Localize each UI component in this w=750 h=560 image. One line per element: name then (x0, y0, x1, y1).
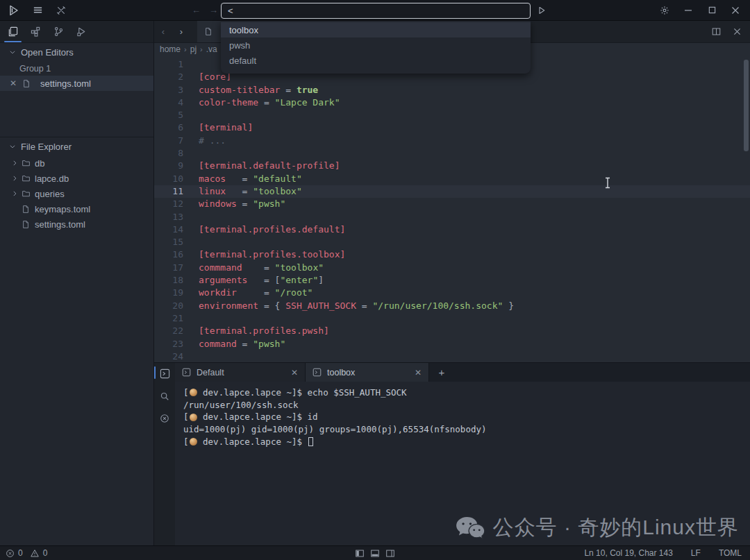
item-label: settings.toml (35, 219, 85, 230)
code-line-22[interactable]: 22[terminal.profiles.pwsh] (154, 325, 750, 337)
folder-icon (22, 159, 35, 167)
terminal-cursor (308, 437, 313, 446)
code-line-20[interactable]: 20environment = { SSH_AUTH_SOCK = "/run/… (154, 300, 750, 312)
activity-item-extensions[interactable] (24, 21, 47, 42)
toggle-left-panel-icon[interactable] (355, 549, 365, 558)
terminal-tab-toolbox[interactable]: toolbox✕ (306, 363, 429, 382)
settings-gear-icon[interactable] (653, 1, 676, 20)
menu-icon[interactable] (31, 3, 44, 17)
code-line-15[interactable]: 15 (154, 236, 750, 248)
history-forward-icon[interactable]: → (209, 5, 218, 15)
terminal-line: uid=1000(pj) gid=1000(pj) groups=1000(pj… (183, 423, 750, 436)
minimize-button[interactable] (676, 1, 700, 20)
code-line-8[interactable]: 8 (154, 147, 750, 160)
line-number: 23 (154, 338, 183, 350)
maximize-button[interactable] (700, 1, 724, 20)
close-button[interactable] (724, 1, 747, 20)
chevron-right-icon (11, 175, 22, 182)
code-line-24[interactable]: 24 (154, 350, 750, 362)
palette-item-toolbox[interactable]: toolbox (221, 22, 531, 37)
language-mode[interactable]: TOML (719, 548, 742, 558)
code-line-16[interactable]: 16[terminal.profiles.toolbox] (154, 248, 750, 261)
code-line-6[interactable]: 6[terminal] (154, 121, 750, 134)
activity-item-files[interactable] (1, 21, 24, 42)
code-line-13[interactable]: 13 (154, 211, 750, 223)
run-icon[interactable] (538, 6, 546, 15)
file-explorer-item-keymaps-toml[interactable]: keymaps.toml (0, 201, 153, 217)
search-panel-icon[interactable] (160, 391, 169, 401)
toggle-right-panel-icon[interactable] (385, 549, 395, 558)
line-ending[interactable]: LF (691, 548, 701, 558)
line-number: 7 (154, 135, 183, 147)
new-terminal-button[interactable]: + (429, 363, 454, 382)
breadcrumb-segment[interactable]: pj (190, 44, 197, 54)
code-line-14[interactable]: 14[terminal.profiles.default] (154, 223, 750, 236)
line-number: 17 (154, 262, 183, 274)
breadcrumb-segment[interactable]: .va (206, 44, 217, 54)
palette-results: toolboxpwshdefault (221, 21, 531, 74)
sidebar: Open Editors Group 1 ✕ settings.toml Fil… (0, 21, 154, 545)
code-line-5[interactable]: 5 (154, 109, 750, 121)
line-number: 14 (154, 223, 183, 236)
split-editor-icon[interactable] (707, 23, 725, 41)
code-line-18[interactable]: 18arguments = ["enter"] (154, 274, 750, 287)
item-label: db (35, 158, 44, 169)
close-terminal-icon[interactable]: ✕ (291, 368, 298, 377)
code-editor[interactable]: 12[core]3custom-titlebar = true4color-th… (154, 56, 750, 362)
editor-group-label: Group 1 (0, 61, 153, 76)
activity-item-source-control[interactable] (47, 21, 70, 42)
terminal-tab-default[interactable]: Default✕ (175, 363, 306, 382)
code-line-21[interactable]: 21 (154, 312, 750, 325)
palette-item-default[interactable]: default (221, 53, 531, 68)
palette-input[interactable]: < (221, 3, 531, 19)
error-count: 0 (18, 548, 23, 558)
tools-icon[interactable] (54, 3, 68, 17)
code-line-19[interactable]: 19workdir = "/root" (154, 287, 750, 299)
code-line-7[interactable]: 7# ... (154, 135, 750, 147)
file-explorer-item-db[interactable]: db (0, 155, 153, 171)
code-text: arguments = ["enter"] (183, 274, 324, 287)
line-number: 3 (154, 84, 183, 96)
problems-panel-icon[interactable] (160, 414, 169, 423)
editor-back-icon[interactable]: ‹ (154, 21, 172, 42)
activity-bar (0, 21, 153, 43)
command-palette: < toolboxpwshdefault (221, 3, 531, 74)
wechat-logo-icon (456, 516, 485, 541)
code-line-3[interactable]: 3custom-titlebar = true (154, 84, 750, 96)
history-back-icon[interactable]: ← (192, 5, 201, 15)
open-editor-item-settings-toml[interactable]: ✕ settings.toml (0, 76, 153, 91)
text-cursor-pointer (604, 177, 611, 189)
code-line-11[interactable]: 11linux = "toolbox" (154, 185, 750, 198)
watermark-text: 公众号 · 奇妙的Linux世界 (493, 514, 739, 542)
editor-scrollbar[interactable] (744, 60, 749, 151)
file-explorer-header[interactable]: File Explorer (0, 137, 153, 155)
palette-item-pwsh[interactable]: pwsh (221, 37, 531, 53)
code-text: [terminal.default-profile] (183, 160, 340, 172)
file-explorer-item-queries[interactable]: queries (0, 186, 153, 201)
breadcrumb-segment[interactable]: home (160, 44, 181, 54)
code-line-17[interactable]: 17commmand = "toolbox" (154, 262, 750, 274)
close-file-icon[interactable]: ✕ (9, 78, 17, 88)
activity-item-debug[interactable] (70, 21, 93, 42)
warnings-icon[interactable] (30, 549, 40, 558)
code-text (183, 312, 199, 325)
file-explorer-item-settings-toml[interactable]: settings.toml (0, 217, 153, 232)
file-explorer-item-lapce-db[interactable]: lapce.db (0, 171, 153, 186)
code-text: command = "pwsh" (183, 338, 285, 350)
errors-icon[interactable] (6, 549, 15, 558)
close-editor-icon[interactable] (728, 23, 746, 41)
editor-forward-icon[interactable]: › (172, 21, 190, 42)
code-line-9[interactable]: 9[terminal.default-profile] (154, 160, 750, 172)
open-editors-header[interactable]: Open Editors (0, 43, 153, 61)
code-line-23[interactable]: 23command = "pwsh" (154, 338, 750, 350)
code-line-12[interactable]: 12windows = "pwsh" (154, 198, 750, 210)
breadcrumb-separator: › (200, 45, 203, 53)
toggle-bottom-panel-icon[interactable] (370, 549, 380, 558)
code-line-4[interactable]: 4color-theme = "Lapce Dark" (154, 96, 750, 109)
terminal-panel-icon[interactable] (160, 368, 170, 379)
code-line-10[interactable]: 10macos = "default" (154, 173, 750, 185)
line-number: 13 (154, 211, 183, 223)
cursor-position[interactable]: Ln 10, Col 19, Char 143 (584, 548, 672, 558)
toolbox-prompt-icon (190, 389, 197, 396)
close-terminal-icon[interactable]: ✕ (415, 368, 422, 377)
